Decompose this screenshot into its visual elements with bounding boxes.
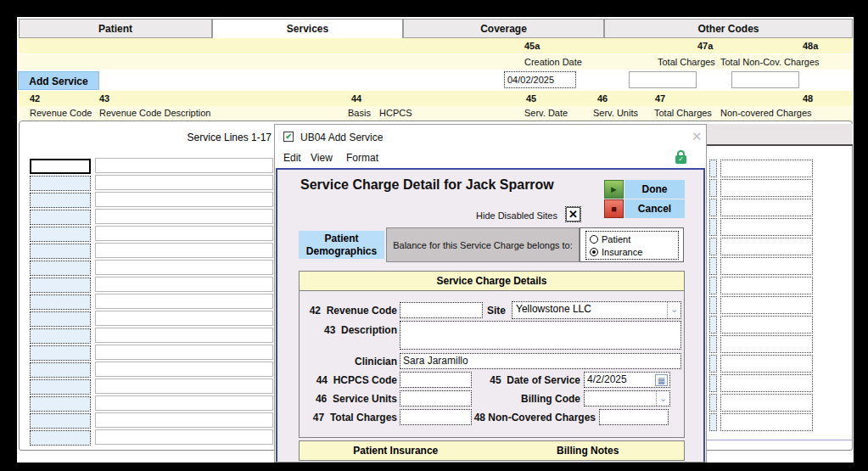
service-line-charges-cell[interactable] [720, 238, 813, 255]
service-line-units-cell[interactable] [709, 238, 717, 255]
service-line-units-cell[interactable] [709, 316, 717, 334]
service-line-desc-cell[interactable] [95, 378, 273, 394]
service-line-charges-cell[interactable] [720, 277, 813, 294]
menu-format[interactable]: Format [346, 152, 378, 164]
clinician-field-label: Clinician [299, 356, 397, 367]
description-textarea[interactable] [400, 321, 681, 350]
service-line-code-cell[interactable] [30, 244, 91, 259]
service-line-desc-cell[interactable] [95, 362, 273, 377]
service-line-code-cell[interactable] [30, 261, 91, 276]
service-line-code-cell[interactable] [30, 176, 91, 191]
service-line-units-cell[interactable] [709, 160, 717, 177]
service-line-charges-cell[interactable] [720, 179, 813, 197]
service-line-code-cell[interactable] [30, 311, 91, 327]
revenue-code-input[interactable] [400, 302, 483, 318]
service-line-units-cell[interactable] [709, 413, 717, 431]
service-line-desc-cell[interactable] [95, 311, 273, 326]
service-line-charges-cell[interactable] [720, 335, 813, 353]
service-line-units-cell[interactable] [709, 179, 717, 197]
balance-radio-group: Patient Insurance [580, 227, 684, 262]
service-line-units-cell[interactable] [709, 335, 717, 353]
chevron-down-icon[interactable]: ⌄ [656, 391, 669, 406]
service-line-code-cell[interactable] [30, 396, 91, 412]
service-line-code-cell[interactable] [30, 294, 91, 310]
service-line-units-cell[interactable] [709, 394, 717, 412]
service-line-desc-cell[interactable] [95, 294, 273, 309]
service-line-code-cell[interactable] [30, 362, 91, 378]
service-line-charges-cell[interactable] [720, 218, 813, 236]
close-icon[interactable]: ✕ [692, 129, 703, 144]
done-button[interactable]: Done [624, 180, 685, 199]
non-covered-input[interactable] [599, 409, 669, 425]
balance-panel: Balance for this Service Charge belongs … [386, 227, 580, 262]
service-line-charges-cell[interactable] [720, 199, 813, 216]
radio-insurance-label: Insurance [602, 247, 642, 257]
service-line-units-cell[interactable] [709, 218, 717, 236]
service-line-desc-cell[interactable] [95, 192, 273, 207]
service-line-charges-cell[interactable] [720, 316, 813, 334]
service-line-desc-cell[interactable] [95, 412, 273, 428]
service-charge-details-header: Service Charge Details [300, 272, 684, 291]
service-units-input[interactable] [400, 390, 472, 407]
clinician-input[interactable]: Sara Jaramillo [400, 353, 681, 369]
radio-insurance-icon[interactable] [590, 248, 598, 256]
service-line-desc-cell[interactable] [95, 226, 273, 241]
service-line-desc-cell[interactable] [95, 260, 273, 275]
service-line-code-cell[interactable] [30, 345, 91, 361]
hcpcs-input[interactable] [400, 372, 472, 388]
service-line-code-cell[interactable] [30, 430, 91, 446]
site-label: Site [475, 305, 506, 317]
service-line-units-cell[interactable] [709, 277, 717, 294]
service-line-desc-cell[interactable] [95, 395, 273, 411]
service-line-desc-cell[interactable] [95, 158, 273, 173]
service-line-units-cell[interactable] [709, 199, 717, 216]
service-line-code-cell[interactable] [30, 159, 91, 174]
billing-code-field-label: Billing Code [475, 393, 580, 405]
service-line-desc-cell[interactable] [95, 429, 273, 445]
patient-demographics-button[interactable]: Patient Demographics [299, 231, 384, 259]
service-line-units-cell[interactable] [709, 296, 717, 314]
service-line-charges-cell[interactable] [720, 413, 813, 431]
radio-option-insurance[interactable]: Insurance [590, 245, 678, 258]
menu-edit[interactable]: Edit [283, 152, 301, 164]
service-line-code-cell[interactable] [30, 227, 91, 242]
site-dropdown[interactable]: Yellowstone LLC ⌄ [512, 301, 681, 319]
service-line-code-cell[interactable] [30, 328, 91, 344]
right-panel-header [707, 124, 853, 146]
cancel-stop-icon[interactable]: ■ [604, 199, 624, 218]
service-line-charges-cell[interactable] [720, 160, 813, 177]
service-line-units-cell[interactable] [709, 374, 717, 392]
service-line-code-cell[interactable] [30, 278, 91, 293]
service-line-desc-cell[interactable] [95, 175, 273, 190]
service-line-charges-cell[interactable] [720, 257, 813, 275]
service-line-desc-cell[interactable] [95, 243, 273, 258]
service-line-units-cell[interactable] [709, 355, 717, 373]
cancel-button[interactable]: Cancel [624, 199, 685, 218]
service-line-desc-cell[interactable] [95, 328, 273, 343]
service-line-charges-cell[interactable] [720, 374, 813, 392]
service-line-charges-cell[interactable] [720, 355, 813, 373]
menu-view[interactable]: View [311, 152, 333, 164]
hide-disabled-sites-checkbox[interactable]: ✕ [566, 207, 580, 221]
dialog-title: UB04 Add Service [300, 132, 383, 143]
chevron-down-icon[interactable]: ⌄ [667, 302, 680, 318]
service-line-code-cell[interactable] [30, 210, 91, 225]
radio-option-patient[interactable]: Patient [590, 233, 678, 245]
radio-patient-label: Patient [602, 234, 630, 244]
service-line-charges-cell[interactable] [720, 394, 813, 412]
service-line-desc-cell[interactable] [95, 209, 273, 224]
calendar-icon[interactable]: ▦ [655, 374, 668, 386]
service-line-units-cell[interactable] [709, 257, 717, 275]
service-line-desc-cell[interactable] [95, 345, 273, 360]
service-line-code-cell[interactable] [30, 193, 91, 208]
hide-disabled-sites-label: Hide Disabled Sites [476, 210, 557, 221]
date-of-service-input[interactable]: 4/2/2025 ▦ [584, 372, 670, 388]
service-line-charges-cell[interactable] [720, 296, 813, 314]
service-line-code-cell[interactable] [30, 413, 91, 429]
service-line-desc-cell[interactable] [95, 277, 273, 292]
billing-code-value [585, 391, 656, 406]
done-play-icon[interactable]: ► [604, 180, 624, 199]
service-line-code-cell[interactable] [30, 379, 91, 395]
radio-patient-icon[interactable] [590, 235, 598, 244]
billing-code-dropdown[interactable]: ⌄ [584, 390, 670, 407]
